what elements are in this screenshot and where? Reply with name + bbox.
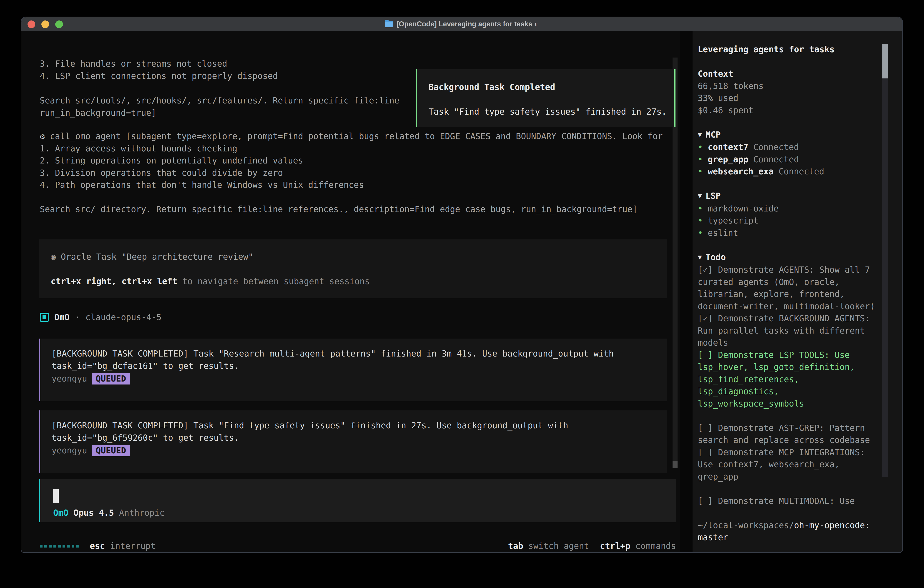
commands-hint[interactable]: ctrl+p commands (600, 540, 676, 552)
switch-agent-hint[interactable]: tab switch agent (508, 540, 589, 552)
message-background-task-2: [BACKGROUND TASK COMPLETED] Task "Find t… (39, 410, 667, 473)
status-badge: QUEUED (92, 373, 130, 385)
oracle-task-header: ◉ Oracle Task "Deep architecture review" (51, 251, 667, 263)
tool-call-text: call_omo_agent [subagent_type=explore, p… (40, 131, 663, 214)
collapse-icon: ▼ (698, 251, 702, 263)
notification-body: Task "Find type safety issues" finished … (429, 106, 674, 118)
window-title: [OpenCode] Leveraging agents for tasks ◐ (396, 20, 538, 28)
oracle-hint-keys: ctrl+x right, ctrl+x left (51, 276, 177, 286)
gear-icon: ⚙ (40, 131, 45, 141)
todo-section-header[interactable]: ▼Todo (698, 251, 877, 264)
bullet-icon: • (698, 165, 708, 178)
input-agent-name[interactable]: OmO (53, 508, 68, 518)
esc-key-hint[interactable]: esc (90, 540, 105, 552)
mcp-section-header[interactable]: ▼MCP (698, 129, 877, 141)
agent-model: claude-opus-4-5 (86, 312, 162, 322)
bullet-icon: • (698, 154, 708, 166)
lsp-item-typescript: •typescript (698, 215, 877, 227)
message-author: yeongyu (52, 373, 87, 385)
minimize-button[interactable] (41, 20, 49, 28)
todo-item-background-agents: [✓] Demonstrate BACKGROUND AGENTS: Run p… (698, 312, 877, 349)
message-text: [BACKGROUND TASK COMPLETED] Task "Find t… (52, 420, 667, 444)
folder-icon (385, 21, 393, 27)
status-badge: QUEUED (92, 445, 130, 456)
background-task-notification: Background Task Completed Task "Find typ… (416, 69, 675, 127)
agent-separator: · (75, 312, 80, 322)
close-button[interactable] (28, 20, 35, 28)
panel-divider (680, 31, 693, 552)
todo-item-ast-grep: [ ] Demonstrate AST-GREP: Pattern search… (698, 422, 877, 446)
scrollback-text: 3. File handles or streams not closed 4.… (40, 58, 399, 119)
lsp-item-markdown-oxide: •markdown-oxide (698, 203, 877, 215)
chat-scrollbar-thumb[interactable] (673, 461, 678, 468)
bullet-icon: • (698, 141, 708, 154)
text-cursor (53, 489, 59, 503)
context-tokens: 66,518 tokens (698, 80, 877, 92)
sidebar-scrollbar-thumb[interactable] (883, 44, 888, 78)
sidebar-scrollbar[interactable] (883, 44, 888, 477)
bullet-icon: • (698, 227, 708, 239)
zoom-button[interactable] (55, 20, 63, 28)
context-heading: Context (698, 68, 877, 80)
oracle-icon: ◉ (51, 252, 56, 262)
titlebar: [OpenCode] Leveraging agents for tasks ◐ (21, 17, 902, 31)
agent-header: OmO · claude-opus-4-5 (40, 311, 162, 323)
agent-checkbox-icon (40, 313, 49, 322)
opencode-window: [OpenCode] Leveraging agents for tasks ◐… (21, 17, 903, 553)
todo-item-agents: [✓] Demonstrate AGENTS: Show all 7 curat… (698, 264, 877, 312)
oracle-hint-rest: to navigate between subagent sessions (177, 276, 370, 286)
prompt-input[interactable]: OmO Opus 4.5 Anthropic (39, 479, 676, 522)
message-background-task-1: [BACKGROUND TASK COMPLETED] Task "Resear… (39, 339, 667, 401)
oracle-task-box[interactable]: ◉ Oracle Task "Deep architecture review"… (39, 239, 667, 298)
message-author: yeongyu (52, 444, 87, 457)
bullet-icon: • (698, 215, 708, 227)
chat-panel: 3. File handles or streams not closed 4.… (21, 31, 680, 552)
activity-dots-icon (40, 545, 79, 548)
input-model[interactable]: Opus 4.5 (73, 508, 114, 518)
statusbar: esc interrupt tab switch agent ctrl+p co… (40, 540, 676, 552)
context-used: 33% used (698, 92, 877, 104)
sidebar: Leveraging agents for tasks Context 66,5… (693, 31, 902, 552)
todo-item-multimodal: [ ] Demonstrate MULTIMODAL: Use (698, 495, 877, 507)
lsp-section-header[interactable]: ▼LSP (698, 190, 877, 203)
agent-name: OmO (54, 312, 69, 322)
session-title: Leveraging agents for tasks (698, 43, 877, 56)
screen: [OpenCode] Leveraging agents for tasks ◐… (0, 0, 924, 588)
notification-title: Background Task Completed (429, 81, 674, 93)
esc-key-label (105, 540, 110, 552)
context-spent: $0.46 spent (698, 104, 877, 117)
input-agent-row: OmO Opus 4.5 Anthropic (53, 507, 165, 519)
interrupt-label: interrupt (110, 540, 155, 552)
input-provider: Anthropic (119, 508, 165, 518)
workspace-branch: master (698, 531, 877, 543)
collapse-icon: ▼ (698, 129, 702, 141)
collapse-icon: ▼ (698, 190, 702, 202)
workspace-path: ~/local-workspaces/oh-my-opencode: (698, 519, 877, 532)
lsp-item-eslint: •eslint (698, 227, 877, 239)
tool-call-block: ⚙ call_omo_agent [subagent_type=explore,… (40, 130, 663, 216)
message-text: [BACKGROUND TASK COMPLETED] Task "Resear… (52, 348, 667, 372)
mcp-item-grep-app: •grep_appConnected (698, 154, 877, 166)
todo-item-lsp-tools: [ ] Demonstrate LSP TOOLS: Use lsp_hover… (698, 349, 877, 410)
mcp-item-websearch-exa: •websearch_exaConnected (698, 165, 877, 178)
window-controls (28, 20, 63, 28)
bullet-icon: • (698, 203, 708, 215)
mcp-item-context7: •context7Connected (698, 141, 877, 154)
oracle-task-hint: ctrl+x right, ctrl+x left to navigate be… (51, 275, 667, 287)
todo-item-mcp-integrations: [ ] Demonstrate MCP INTEGRATIONS: Use co… (698, 446, 877, 483)
